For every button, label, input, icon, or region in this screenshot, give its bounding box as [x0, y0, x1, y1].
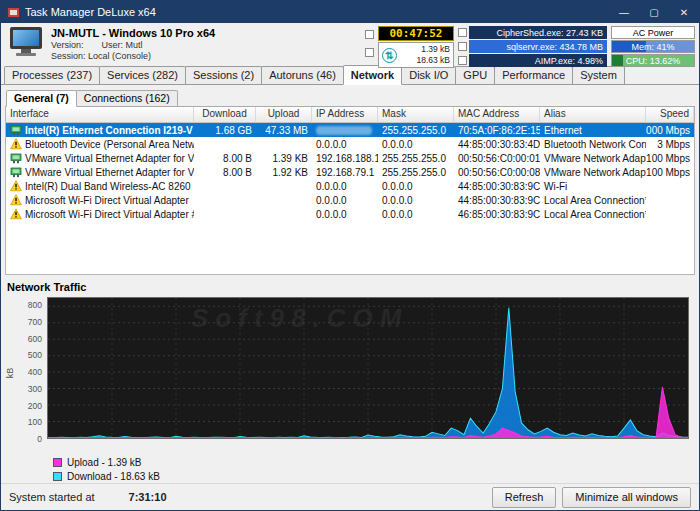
cell-ip-address: [312, 123, 378, 137]
net-upload-value: 1.39 kB: [397, 44, 450, 55]
cell-interface: Microsoft Wi-Fi Direct Virtual Adapter #…: [6, 207, 194, 221]
cell-speed: [646, 193, 694, 207]
network-checkbox[interactable]: [365, 48, 374, 57]
table-row[interactable]: Microsoft Wi-Fi Direct Virtual Adapter #…: [6, 207, 694, 221]
redacted-ip: [316, 126, 372, 135]
window-title: Task Manager DeLuxe x64: [25, 6, 156, 18]
net-download-value: 18.63 kB: [397, 55, 450, 66]
cell-ip-address: 0.0.0.0: [312, 179, 378, 193]
app-window: Task Manager DeLuxe x64 — ▢ ✕ JN-MUTL - …: [0, 0, 700, 511]
status-widgets: 00:47:52 ⇅ 1.39 kB 18.63 kB CipherShed.e…: [365, 26, 695, 68]
tab-sessions-2[interactable]: Sessions (2): [185, 66, 262, 84]
subtab-connections-162[interactable]: Connections (162): [76, 90, 178, 106]
warning-icon: [10, 208, 22, 220]
cell-ip-address: 192.168.188.1: [312, 151, 378, 165]
cell-speed: 1000 Mbps: [646, 123, 694, 137]
cell-interface: VMware Virtual Ethernet Adapter for VMne…: [6, 165, 194, 179]
network-adapter-icon: [10, 124, 22, 136]
minimize-button[interactable]: —: [609, 1, 639, 23]
uptime-checkbox[interactable]: [365, 30, 374, 39]
column-header-mac-address[interactable]: MAC Address: [454, 107, 540, 123]
warning-icon: [10, 180, 22, 192]
column-header-alias[interactable]: Alias: [540, 107, 646, 123]
uptime-timer: 00:47:52: [378, 26, 454, 41]
table-row[interactable]: Bluetooth Device (Personal Area Network)…: [6, 137, 694, 151]
computer-icon: [9, 26, 45, 58]
y-tick-label: 100: [28, 417, 42, 427]
table-row[interactable]: VMware Virtual Ethernet Adapter for VMne…: [6, 165, 694, 179]
top-mem-checkbox[interactable]: [458, 42, 467, 51]
table-row[interactable]: Microsoft Wi-Fi Direct Virtual Adapter0.…: [6, 193, 694, 207]
cell-alias: Ethernet: [540, 123, 646, 137]
status-bar: System started at 7:31:10 Refresh Minimi…: [1, 483, 699, 510]
column-header-interface[interactable]: Interface: [6, 107, 194, 123]
tab-disk-i-o[interactable]: Disk I/O: [401, 66, 456, 84]
tab-services-282[interactable]: Services (282): [99, 66, 186, 84]
cell-upload: [256, 137, 312, 151]
top-cpu-checkbox[interactable]: [458, 56, 467, 65]
network-adapter-icon: [10, 166, 22, 178]
cell-interface: Microsoft Wi-Fi Direct Virtual Adapter: [6, 193, 194, 207]
tab-performance[interactable]: Performance: [494, 66, 573, 84]
cell-mac-address: 70:5A:0F:86:2E:15: [454, 123, 540, 137]
cell-mac-address: 44:85:00:30:83:4D: [454, 137, 540, 151]
cell-download: 8.00 B: [194, 165, 256, 179]
legend-swatch: [53, 458, 62, 467]
cell-alias: Local Area Connection* 1: [540, 193, 646, 207]
cell-download: [194, 137, 256, 151]
tab-system[interactable]: System: [572, 66, 625, 84]
cell-upload: 1.39 KB: [256, 151, 312, 165]
tab-autoruns-46[interactable]: Autoruns (46): [261, 66, 344, 84]
cell-interface: Bluetooth Device (Personal Area Network): [6, 137, 194, 151]
cell-mask: 0.0.0.0: [378, 207, 454, 221]
cell-mask: 0.0.0.0: [378, 193, 454, 207]
y-tick-label: 600: [28, 334, 42, 344]
subtab-general-7[interactable]: General (7): [6, 90, 77, 107]
cell-interface: Intel(R) Dual Band Wireless-AC 8260: [6, 179, 194, 193]
cell-mac-address: 00:50:56:C0:00:08: [454, 165, 540, 179]
system-started-time: 7:31:10: [129, 491, 167, 503]
maximize-button[interactable]: ▢: [639, 1, 669, 23]
list-header: InterfaceDownloadUploadIP AddressMaskMAC…: [6, 107, 694, 123]
tab-processes-237[interactable]: Processes (237): [4, 66, 100, 84]
cell-alias: Bluetooth Network Conn...: [540, 137, 646, 151]
tab-network[interactable]: Network: [343, 65, 402, 85]
column-header-download[interactable]: Download: [194, 107, 256, 123]
warning-icon: [10, 194, 22, 206]
refresh-button[interactable]: Refresh: [492, 487, 557, 508]
cell-download: [194, 179, 256, 193]
network-traffic-chart: kB 0100200300400500600700800: [5, 295, 695, 451]
close-button[interactable]: ✕: [669, 1, 699, 23]
y-tick-label: 800: [28, 300, 42, 310]
cpu-usage-bar: CPU: 13.62%: [611, 54, 695, 67]
cell-download: [194, 207, 256, 221]
cell-speed: 100 Mbps: [646, 165, 694, 179]
cell-alias: VMware Network Adapte...: [540, 165, 646, 179]
column-header-upload[interactable]: Upload: [256, 107, 312, 123]
table-row[interactable]: Intel(R) Ethernet Connection I219-V1.68 …: [6, 123, 694, 137]
system-started-label: System started at: [9, 491, 95, 503]
top-cpu-process: AIMP.exe: 4.98%: [469, 54, 607, 67]
cell-alias: Local Area Connection* 10: [540, 207, 646, 221]
y-tick-label: 700: [28, 317, 42, 327]
cell-speed: 3 Mbps: [646, 137, 694, 151]
cell-alias: Wi-Fi: [540, 179, 646, 193]
table-row[interactable]: VMware Virtual Ethernet Adapter for VMne…: [6, 151, 694, 165]
warning-icon: [10, 138, 22, 150]
cell-download: 1.68 GB: [194, 123, 256, 137]
legend-item: Download - 18.63 kB: [53, 469, 695, 483]
tab-gpu[interactable]: GPU: [455, 66, 495, 84]
column-header-ip-address[interactable]: IP Address: [312, 107, 378, 123]
cell-mask: 255.255.255.0: [378, 165, 454, 179]
column-header-speed[interactable]: Speed: [646, 107, 694, 123]
top-memory-process: sqlservr.exe: 434.78 MB: [469, 40, 607, 53]
table-row[interactable]: Intel(R) Dual Band Wireless-AC 82600.0.0…: [6, 179, 694, 193]
top-disk-checkbox[interactable]: [458, 28, 467, 37]
interfaces-list: InterfaceDownloadUploadIP AddressMaskMAC…: [5, 107, 695, 275]
minimize-all-windows-button[interactable]: Minimize all windows: [562, 487, 691, 508]
user-label: User: Mutl: [102, 40, 143, 50]
y-axis-label: kB: [5, 368, 15, 379]
column-header-mask[interactable]: Mask: [378, 107, 454, 123]
y-tick-label: 400: [28, 367, 42, 377]
computer-name: JN-MUTL - Windows 10 Pro x64: [51, 27, 215, 40]
